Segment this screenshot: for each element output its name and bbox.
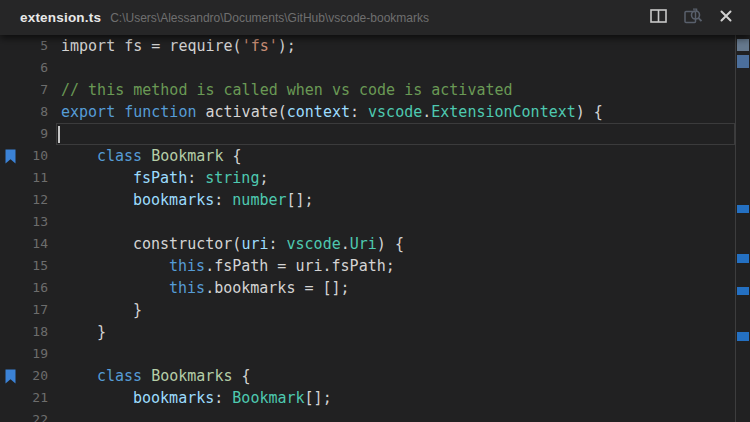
glyph-margin — [0, 299, 20, 321]
code-text — [48, 57, 736, 79]
glyph-margin — [0, 343, 20, 365]
glyph-margin — [0, 35, 20, 57]
line-number: 16 — [20, 277, 48, 299]
close-icon — [720, 10, 732, 25]
line-number: 15 — [20, 255, 48, 277]
line-number: 13 — [20, 211, 48, 233]
line-number: 9 — [20, 123, 48, 145]
line-number: 17 — [20, 299, 48, 321]
glyph-margin — [0, 101, 20, 123]
ruler-bookmark-mark — [737, 254, 749, 263]
split-editor-icon — [650, 9, 667, 26]
glyph-margin — [0, 321, 20, 343]
line-number: 6 — [20, 57, 48, 79]
overview-ruler-scrollbar[interactable] — [735, 35, 750, 422]
line-number: 11 — [20, 167, 48, 189]
code-text: class Bookmarks { — [48, 365, 736, 387]
glyph-margin — [0, 277, 20, 299]
code-line[interactable]: 8export function activate(context: vscod… — [0, 101, 736, 123]
bookmark-icon[interactable] — [0, 145, 20, 167]
code-text: export function activate(context: vscode… — [48, 101, 736, 123]
line-number: 22 — [20, 409, 48, 422]
code-line[interactable]: 6 — [0, 57, 736, 79]
code-line[interactable]: 5import fs = require('fs'); — [0, 35, 736, 57]
line-number: 20 — [20, 365, 48, 387]
code-line[interactable]: 17} — [0, 299, 736, 321]
code-text: import fs = require('fs'); — [48, 35, 736, 57]
ruler-bookmark-mark — [737, 287, 749, 295]
glyph-margin — [0, 409, 20, 422]
split-editor-button[interactable] — [646, 5, 671, 30]
line-number: 5 — [20, 35, 48, 57]
line-number: 7 — [20, 79, 48, 101]
code-text: this.bookmarks = []; — [48, 277, 736, 299]
code-text: bookmarks: Bookmark[]; — [48, 387, 736, 409]
code-text — [48, 123, 736, 145]
code-text: class Bookmark { — [48, 145, 736, 167]
line-number: 8 — [20, 101, 48, 123]
code-line[interactable]: 11fsPath: string; — [0, 167, 736, 189]
glyph-margin — [0, 255, 20, 277]
glyph-margin — [0, 189, 20, 211]
code-line[interactable]: 15this.fsPath = uri.fsPath; — [0, 255, 736, 277]
code-text — [48, 211, 736, 233]
glyph-margin — [0, 57, 20, 79]
glyph-margin — [0, 167, 20, 189]
glyph-margin — [0, 387, 20, 409]
line-number: 18 — [20, 321, 48, 343]
glyph-margin — [0, 233, 20, 255]
vscode-window: extension.ts C:\Users\Alessandro\Documen… — [0, 0, 750, 422]
code-text: constructor(uri: vscode.Uri) { — [48, 233, 736, 255]
code-line[interactable]: 14constructor(uri: vscode.Uri) { — [0, 233, 736, 255]
bookmark-icon[interactable] — [0, 365, 20, 387]
editor-title-bar: extension.ts C:\Users\Alessandro\Documen… — [0, 0, 750, 35]
glyph-margin — [0, 123, 20, 145]
close-editor-button[interactable] — [716, 6, 736, 29]
code-text — [48, 409, 736, 422]
ruler-bookmark-mark — [737, 39, 749, 51]
code-line[interactable]: 13 — [0, 211, 736, 233]
line-number: 21 — [20, 387, 48, 409]
code-line[interactable]: 10class Bookmark { — [0, 145, 736, 167]
file-path: C:\Users\Alessandro\Documents\GitHub\vsc… — [110, 11, 429, 25]
code-line[interactable]: 21bookmarks: Bookmark[]; — [0, 387, 736, 409]
line-number: 19 — [20, 343, 48, 365]
code-text: this.fsPath = uri.fsPath; — [48, 255, 736, 277]
code-line[interactable]: 22 — [0, 409, 736, 422]
code-line[interactable]: 12bookmarks: number[]; — [0, 189, 736, 211]
code-text: bookmarks: number[]; — [48, 189, 736, 211]
code-text: fsPath: string; — [48, 167, 736, 189]
code-text: // this method is called when vs code is… — [48, 79, 736, 101]
code-editor: 5import fs = require('fs');67// this met… — [0, 35, 736, 422]
code-line[interactable]: 19 — [0, 343, 736, 365]
open-preview-button[interactable] — [680, 4, 707, 31]
file-name: extension.ts — [20, 10, 101, 25]
ruler-bookmark-mark — [737, 55, 749, 68]
code-line[interactable]: 18} — [0, 321, 736, 343]
code-line[interactable]: 7// this method is called when vs code i… — [0, 79, 736, 101]
code-lines: 5import fs = require('fs');67// this met… — [0, 35, 736, 422]
glyph-margin — [0, 79, 20, 101]
glyph-margin — [0, 211, 20, 233]
code-text — [48, 343, 736, 365]
ruler-bookmark-mark — [737, 332, 749, 341]
line-number: 14 — [20, 233, 48, 255]
code-text: } — [48, 299, 736, 321]
ruler-bookmark-mark — [737, 205, 749, 213]
open-preview-icon — [684, 8, 703, 27]
line-number: 10 — [20, 145, 48, 167]
code-line[interactable]: 9 — [0, 123, 736, 145]
code-line[interactable]: 16this.bookmarks = []; — [0, 277, 736, 299]
line-number: 12 — [20, 189, 48, 211]
code-line[interactable]: 20class Bookmarks { — [0, 365, 736, 387]
code-text: } — [48, 321, 736, 343]
title-bar-actions — [646, 4, 736, 31]
